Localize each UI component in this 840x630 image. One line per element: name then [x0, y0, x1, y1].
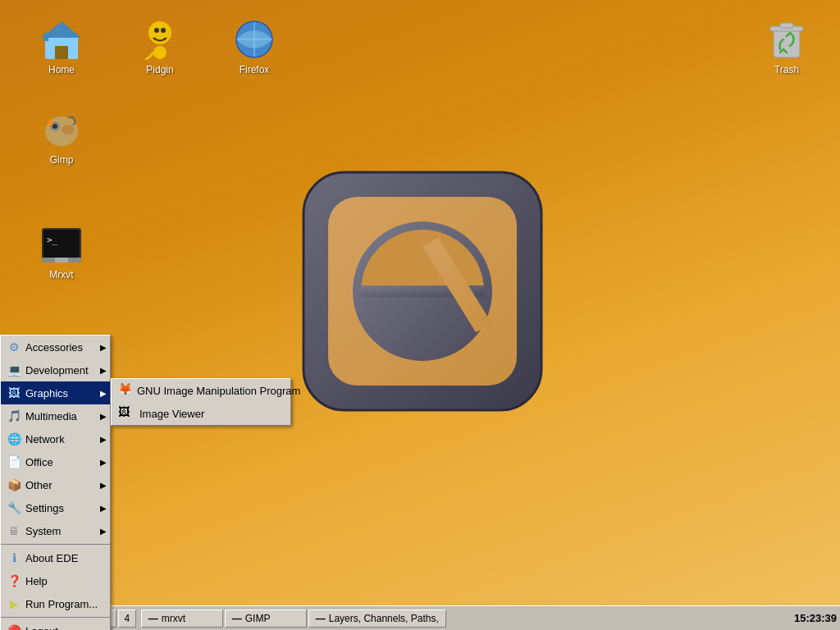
- logout-icon: 🔴: [6, 623, 22, 630]
- office-icon: 📄: [6, 454, 22, 470]
- taskbar-clock: 15:23:39: [794, 612, 837, 624]
- menu-item-help-label: Help: [25, 575, 48, 587]
- menu-item-run[interactable]: ▶ Run Program...: [1, 592, 110, 615]
- submenu-imageviewer-label: Image Viewer: [139, 408, 204, 420]
- system-arrow: ▶: [100, 527, 107, 536]
- aboutede-icon: ℹ: [6, 550, 22, 566]
- svg-point-15: [52, 124, 57, 129]
- menu-item-multimedia-label: Multimedia: [25, 410, 77, 422]
- workspace-4[interactable]: 4: [118, 609, 136, 628]
- desktop-icon-gimp[interactable]: Gimp: [25, 107, 98, 166]
- trash-icon: [764, 16, 810, 62]
- taskbar-window-gimp[interactable]: — GIMP: [225, 609, 307, 628]
- svg-point-7: [153, 46, 167, 59]
- menu-item-aboutede[interactable]: ℹ About EDE: [1, 546, 110, 569]
- taskbar-window-mrxvt[interactable]: — mrxvt: [141, 609, 223, 628]
- menu-item-system-label: System: [25, 525, 61, 537]
- layers-dash: —: [316, 613, 326, 624]
- run-icon: ▶: [6, 596, 22, 612]
- time-display: 15:23:39: [794, 612, 837, 624]
- menu-item-help[interactable]: ❓ Help: [1, 569, 110, 592]
- menu-item-accessories-label: Accessories: [25, 341, 83, 354]
- taskbar: EDE 1 2 3 4 — mrxvt — GIMP — Layers, Cha…: [0, 605, 840, 630]
- svg-rect-3: [43, 33, 48, 41]
- mrxvt-dash: —: [148, 613, 158, 624]
- development-arrow: ▶: [100, 366, 107, 375]
- svg-rect-22: [55, 258, 68, 262]
- menu-item-settings[interactable]: 🔧 Settings ▶: [1, 496, 110, 519]
- menu-item-network-label: Network: [25, 433, 65, 445]
- submenu-gimp-label: GNU Image Manipulation Program: [137, 385, 300, 397]
- menu-item-logout[interactable]: 🔴 Logout: [1, 619, 110, 630]
- submenu-gimp[interactable]: 🦊 GNU Image Manipulation Program: [112, 379, 290, 402]
- desktop-icon-mrxvt[interactable]: >_ Mrxvt: [25, 221, 98, 281]
- multimedia-icon: 🎵: [6, 408, 22, 424]
- gimp-icon: [39, 107, 84, 153]
- firefox-icon-label: Firefox: [240, 64, 270, 75]
- desktop-icon-firefox[interactable]: Firefox: [217, 16, 291, 75]
- desktop-icon-trash[interactable]: Trash: [750, 16, 824, 75]
- menu-item-office[interactable]: 📄 Office ▶: [1, 450, 110, 473]
- svg-text:>_: >_: [47, 235, 58, 245]
- menu-separator-2: [1, 617, 110, 618]
- development-icon: 💻: [6, 362, 22, 378]
- menu-item-development[interactable]: 💻 Development ▶: [1, 358, 110, 381]
- imageviewer-submenu-icon: 🖼: [118, 405, 135, 422]
- office-arrow: ▶: [100, 458, 107, 467]
- home-icon-label: Home: [48, 64, 75, 75]
- menu-item-network[interactable]: 🌐 Network ▶: [1, 427, 110, 450]
- svg-point-16: [62, 125, 75, 135]
- menu-item-graphics-label: Graphics: [25, 387, 68, 399]
- accessories-icon: ⚙: [6, 339, 22, 355]
- svg-point-5: [154, 28, 159, 33]
- other-arrow: ▶: [100, 481, 107, 490]
- menu-item-run-label: Run Program...: [25, 598, 98, 610]
- desktop: Home Pidgin Fire: [0, 0, 840, 605]
- app-menu: ⚙ Accessories ▶ 💻 Development ▶ 🖼 Graphi…: [0, 335, 111, 630]
- taskbar-window-layers[interactable]: — Layers, Channels, Paths,: [308, 609, 446, 628]
- network-icon: 🌐: [6, 431, 22, 447]
- menu-item-other-label: Other: [25, 479, 52, 491]
- taskbar-window-layers-label: Layers, Channels, Paths,: [329, 613, 439, 624]
- submenu-imageviewer[interactable]: 🖼 Image Viewer: [112, 402, 290, 425]
- mrxvt-icon: >_: [39, 221, 84, 267]
- graphics-arrow: ▶: [100, 389, 107, 398]
- trash-icon-label: Trash: [774, 64, 799, 75]
- gimp-icon-label: Gimp: [50, 154, 74, 166]
- desktop-icon-pidgin[interactable]: Pidgin: [123, 16, 197, 75]
- network-arrow: ▶: [100, 435, 107, 444]
- gimp-submenu-icon: 🦊: [118, 382, 132, 399]
- pidgin-icon-label: Pidgin: [146, 64, 173, 75]
- mrxvt-icon-label: Mrxvt: [49, 269, 73, 281]
- menu-item-development-label: Development: [25, 364, 89, 377]
- menu-item-aboutede-label: About EDE: [25, 552, 78, 564]
- svg-rect-2: [55, 46, 68, 59]
- other-icon: 📦: [6, 477, 22, 493]
- menu-item-system[interactable]: 🖥 System ▶: [1, 519, 110, 542]
- settings-arrow: ▶: [100, 504, 107, 513]
- help-icon: ❓: [6, 573, 22, 589]
- taskbar-window-mrxvt-label: mrxvt: [162, 613, 185, 624]
- menu-item-multimedia[interactable]: 🎵 Multimedia ▶: [1, 404, 110, 427]
- pidgin-icon: [137, 16, 183, 62]
- svg-point-6: [161, 28, 166, 33]
- menu-item-settings-label: Settings: [25, 502, 64, 514]
- menu-item-logout-label: Logout: [25, 625, 58, 631]
- gimp-dash: —: [232, 613, 242, 624]
- system-icon: 🖥: [6, 523, 22, 539]
- svg-point-17: [48, 121, 52, 126]
- home-icon: [39, 16, 84, 62]
- svg-rect-26: [780, 23, 793, 28]
- graphics-icon: 🖼: [6, 385, 22, 401]
- desktop-icon-home[interactable]: Home: [25, 16, 98, 75]
- menu-item-accessories[interactable]: ⚙ Accessories ▶: [1, 336, 110, 358]
- taskbar-window-gimp-label: GIMP: [245, 613, 271, 624]
- menu-item-other[interactable]: 📦 Other ▶: [1, 473, 110, 496]
- settings-icon: 🔧: [6, 500, 22, 516]
- accessories-arrow: ▶: [100, 343, 107, 352]
- ede-logo: [295, 164, 550, 418]
- multimedia-arrow: ▶: [100, 412, 107, 421]
- graphics-submenu: 🦊 GNU Image Manipulation Program 🖼 Image…: [111, 378, 291, 426]
- menu-item-graphics[interactable]: 🖼 Graphics ▶ 🦊 GNU Image Manipulation Pr…: [1, 381, 110, 404]
- firefox-icon: [231, 16, 277, 62]
